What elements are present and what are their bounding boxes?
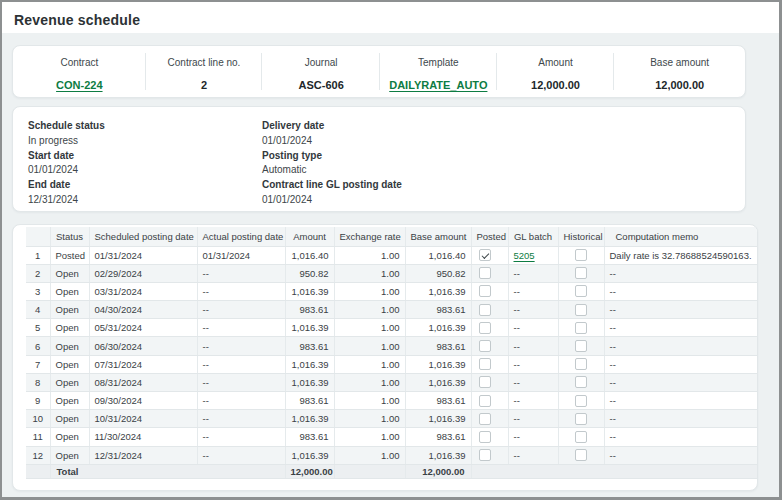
total-row: Total 12,000.00 12,000.00: [26, 464, 758, 479]
historical-checkbox[interactable]: [575, 376, 587, 388]
cell-actual-posting-date: --: [197, 337, 285, 355]
total-row-trailing: [471, 464, 758, 479]
historical-checkbox[interactable]: [575, 322, 587, 334]
cell-actual-posting-date: --: [197, 282, 285, 300]
cell-scheduled-posting-date: 12/31/2024: [89, 446, 197, 464]
cell-base-amount: 983.61: [405, 428, 471, 446]
cell-computation-memo: --: [604, 410, 758, 428]
cell-status: Open: [50, 319, 89, 337]
table-row: 7Open07/31/2024--1,016.391.001,016.39---…: [26, 355, 758, 373]
details-column-right: Delivery date 01/01/2024 Posting type Au…: [262, 119, 745, 211]
col-header-scheduled-posting-date: Scheduled posting date: [89, 227, 197, 246]
posted-checkbox[interactable]: [479, 395, 491, 407]
revenue-schedule-table-card: Status Scheduled posting date Actual pos…: [12, 224, 758, 491]
historical-checkbox[interactable]: [575, 340, 587, 352]
contract-summary-card: Contract CON-224 Contract line no. 2 Jou…: [12, 45, 746, 98]
col-header-exchange-rate: Exchange rate: [334, 227, 405, 246]
gl-batch-link[interactable]: 5205: [514, 250, 535, 261]
table-row: 1Posted01/31/202401/31/20241,016.401.001…: [26, 246, 758, 264]
historical-checkbox[interactable]: [575, 449, 587, 461]
cell-amount: 1,016.40: [285, 246, 334, 264]
cell-scheduled-posting-date: 11/30/2024: [89, 428, 197, 446]
historical-checkbox[interactable]: [575, 285, 587, 297]
cell-status: Open: [50, 392, 89, 410]
cell-gl-batch: --: [508, 373, 558, 391]
posted-checkbox[interactable]: [479, 413, 491, 425]
cell-posted: [471, 264, 508, 282]
cell-posted: [471, 373, 508, 391]
cell-exchange-rate: 1.00: [334, 337, 405, 355]
cell-amount: 983.61: [285, 301, 334, 319]
cell-historical: [558, 246, 604, 264]
posted-checkbox[interactable]: [479, 267, 491, 279]
summary-field-contract: Contract CON-224: [13, 46, 146, 97]
historical-checkbox[interactable]: [575, 249, 587, 261]
summary-label: Template: [418, 58, 459, 68]
field-value: 01/01/2024: [262, 193, 745, 208]
cell-base-amount: 1,016.39: [405, 410, 471, 428]
cell-row-number: 3: [26, 282, 50, 300]
historical-checkbox[interactable]: [575, 267, 587, 279]
cell-actual-posting-date: --: [197, 373, 285, 391]
cell-posted: [471, 319, 508, 337]
table-row: 10Open10/31/2024--1,016.391.001,016.39--…: [26, 410, 758, 428]
historical-checkbox[interactable]: [575, 358, 587, 370]
cell-gl-batch: --: [508, 392, 558, 410]
total-amount: 12,000.00: [285, 464, 334, 479]
cell-row-number: 12: [26, 446, 50, 464]
posted-checkbox[interactable]: [479, 376, 491, 388]
cell-scheduled-posting-date: 09/30/2024: [89, 392, 197, 410]
field-contract-line-gl-posting-date: Contract line GL posting date 01/01/2024: [262, 178, 745, 208]
cell-scheduled-posting-date: 03/31/2024: [89, 282, 197, 300]
summary-value: ASC-606: [299, 80, 344, 91]
posted-checkbox[interactable]: [479, 304, 491, 316]
table-body: 1Posted01/31/202401/31/20241,016.401.001…: [26, 246, 758, 464]
posted-checkbox[interactable]: [479, 449, 491, 461]
summary-field-journal: Journal ASC-606: [262, 46, 380, 97]
cell-row-number: 9: [26, 392, 50, 410]
cell-scheduled-posting-date: 10/31/2024: [89, 410, 197, 428]
cell-exchange-rate: 1.00: [334, 355, 405, 373]
posted-checkbox[interactable]: [479, 322, 491, 334]
cell-status: Open: [50, 446, 89, 464]
cell-amount: 983.61: [285, 392, 334, 410]
posted-checkbox[interactable]: [479, 285, 491, 297]
table-row: 6Open06/30/2024--983.611.00983.61----: [26, 337, 758, 355]
historical-checkbox[interactable]: [575, 413, 587, 425]
template-link[interactable]: DAILYRATE_AUTO: [389, 80, 487, 91]
cell-scheduled-posting-date: 05/31/2024: [89, 319, 197, 337]
field-label: Delivery date: [262, 119, 745, 134]
cell-posted: [471, 337, 508, 355]
col-header-posted: Posted: [471, 227, 508, 246]
cell-amount: 950.82: [285, 264, 334, 282]
cell-base-amount: 1,016.39: [405, 319, 471, 337]
field-delivery-date: Delivery date 01/01/2024: [262, 119, 745, 149]
cell-exchange-rate: 1.00: [334, 410, 405, 428]
field-schedule-status: Schedule status In progress: [28, 119, 262, 149]
posted-checkbox[interactable]: [479, 431, 491, 443]
cell-historical: [558, 282, 604, 300]
historical-checkbox[interactable]: [575, 304, 587, 316]
cell-row-number: 1: [26, 246, 50, 264]
cell-computation-memo: Daily rate is 32.78688524590163.: [604, 246, 758, 264]
cell-row-number: 7: [26, 355, 50, 373]
cell-status: Open: [50, 410, 89, 428]
col-header-base-amount: Base amount: [405, 227, 471, 246]
posted-checkbox[interactable]: [479, 358, 491, 370]
cell-computation-memo: --: [604, 337, 758, 355]
cell-exchange-rate: 1.00: [334, 301, 405, 319]
cell-historical: [558, 373, 604, 391]
cell-amount: 1,016.39: [285, 282, 334, 300]
historical-checkbox[interactable]: [575, 431, 587, 443]
posted-checkbox[interactable]: [479, 340, 491, 352]
table-row: 3Open03/31/2024--1,016.391.001,016.39---…: [26, 282, 758, 300]
cell-base-amount: 1,016.40: [405, 246, 471, 264]
cell-row-number: 6: [26, 337, 50, 355]
cell-exchange-rate: 1.00: [334, 446, 405, 464]
cell-amount: 1,016.39: [285, 373, 334, 391]
posted-checkbox[interactable]: [479, 249, 491, 261]
cell-actual-posting-date: --: [197, 446, 285, 464]
field-value: 12/31/2024: [28, 193, 262, 208]
historical-checkbox[interactable]: [575, 395, 587, 407]
contract-link[interactable]: CON-224: [56, 80, 102, 91]
